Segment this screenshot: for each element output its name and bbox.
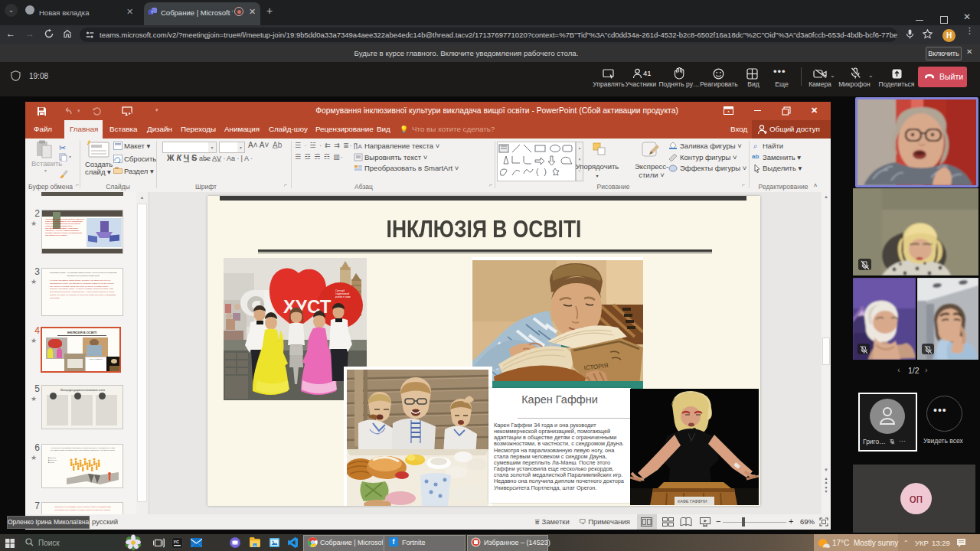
svg-text:разом з нами: разом з нами	[335, 295, 351, 298]
svg-text:УС: УС	[174, 540, 179, 544]
svg-text:A: A	[358, 143, 363, 150]
svg-text:КАФЕ ГАФФНИ: КАФЕ ГАФФНИ	[678, 499, 707, 504]
